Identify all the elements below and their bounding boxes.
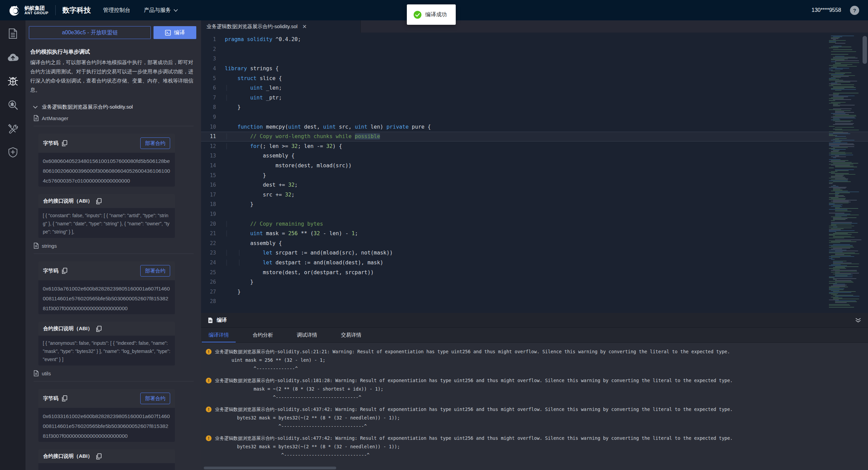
horizontal-scrollbar[interactable]: [204, 467, 336, 469]
document-icon: [34, 115, 39, 121]
code-line[interactable]: 8 }: [201, 102, 868, 112]
code-line[interactable]: 16 dest += 32;: [201, 180, 868, 190]
tools-icon[interactable]: [7, 123, 19, 134]
code-line[interactable]: 14 mstore(dest, mload(src)): [201, 161, 868, 171]
debug-sidebar: a00e36c5 - 开放联盟链 编译 合约模拟执行与单步调试 编译合约之后，可…: [25, 20, 201, 470]
vertical-scrollbar[interactable]: [863, 36, 867, 64]
deploy-contract-button[interactable]: 部署合约: [140, 265, 170, 277]
panel-title: 编译: [217, 317, 227, 323]
bug-icon[interactable]: [7, 75, 19, 87]
editor-tab-bar: 业务逻辑数据浏览器展示合约-solidity.sol ✕: [201, 20, 868, 33]
deploy-contract-button[interactable]: 部署合约: [140, 137, 170, 149]
code-area[interactable]: 1pragma solidity ^0.4.20;234library stri…: [201, 33, 868, 313]
code-line[interactable]: 13 assembly {: [201, 151, 868, 161]
deploy-contract-button[interactable]: 部署合约: [140, 393, 170, 404]
code-line[interactable]: 4library strings {: [201, 64, 868, 74]
code-line[interactable]: 19: [201, 209, 868, 219]
copy-icon[interactable]: [62, 268, 67, 274]
file-icon[interactable]: [7, 28, 19, 39]
chevron-down-icon: [174, 9, 178, 12]
code-line[interactable]: 28: [201, 297, 868, 306]
code-line[interactable]: 18 }: [201, 200, 868, 209]
contract-group: utils 字节码 部署合约 0x61033161002e600b8282823…: [25, 365, 201, 470]
nav-console-link[interactable]: 管理控制台: [103, 7, 130, 14]
divider: [34, 126, 194, 126]
code-editor: 业务逻辑数据浏览器展示合约-solidity.sol ✕ 1pragma sol…: [201, 20, 868, 313]
code-line[interactable]: 22 assembly {: [201, 238, 868, 248]
compile-button[interactable]: 编译: [153, 26, 196, 39]
code-line[interactable]: 6 uint _len;: [201, 83, 868, 93]
bytecode-label: 字节码: [43, 395, 58, 402]
toast-message: 编译成功: [425, 11, 447, 18]
editor-tab[interactable]: 业务逻辑数据浏览器展示合约-solidity.sol ✕: [201, 20, 361, 33]
code-line[interactable]: 1pragma solidity ^0.4.20;: [201, 35, 868, 44]
code-line[interactable]: 7 uint _ptr;: [201, 93, 868, 103]
ant-group-logo: 蚂蚁集团 ANT GROUP: [0, 3, 49, 17]
product-title: 数字科技: [62, 5, 91, 15]
code-line[interactable]: 20 // Copy remaining bytes: [201, 219, 868, 229]
copy-icon[interactable]: [96, 326, 102, 332]
bytecode-card: 字节码 部署合约 0x61033161002e600b8282823980516…: [38, 389, 175, 442]
divider: [34, 381, 194, 381]
output-tab-2[interactable]: 合约分析: [251, 328, 275, 342]
code-line[interactable]: 25 mstore(dest, or(destpart, srcpart)): [201, 267, 868, 277]
code-line[interactable]: 11 // Copy word-length chunks while poss…: [201, 132, 868, 142]
compiler-warning: !业务逻辑数据浏览器展示合约-solidity.sol:21:21: Warni…: [206, 347, 868, 373]
output-tab-3[interactable]: 调试详情: [295, 328, 319, 342]
divider: [34, 253, 194, 254]
chevron-down-icon: [33, 106, 38, 109]
code-line[interactable]: 21 uint mask = 256 ** (32 - len) - 1;: [201, 229, 868, 239]
contract-tree-root[interactable]: 业务逻辑数据浏览器展示合约-solidity.sol: [25, 100, 201, 110]
bug-search-icon[interactable]: [7, 99, 19, 111]
abi-value: [ { "anonymous": false, "inputs": [ { "i…: [38, 336, 175, 365]
bytecode-card: 字节码 部署合约 0x6103a761002e600b8282823980516…: [38, 261, 175, 314]
copy-icon[interactable]: [62, 395, 67, 401]
output-tabs: 编译详情合约分析调试详情交易详情: [201, 328, 868, 343]
code-line[interactable]: 5 struct slice {: [201, 73, 868, 83]
code-line[interactable]: 3: [201, 54, 868, 64]
code-line[interactable]: 26 }: [201, 277, 868, 287]
code-line[interactable]: 24 let destpart := and(mload(dest), mask…: [201, 258, 868, 268]
copy-icon[interactable]: [62, 140, 67, 146]
contract-file-item[interactable]: strings: [25, 238, 201, 252]
cloud-upload-icon[interactable]: [7, 52, 19, 63]
editor-tab-title: 业务逻辑数据浏览器展示合约-solidity.sol: [206, 23, 297, 30]
copy-icon[interactable]: [96, 453, 102, 459]
document-icon: [34, 243, 39, 249]
bytecode-label: 字节码: [43, 268, 58, 274]
code-line[interactable]: 23 let srcpart := and(mload(src), not(ma…: [201, 248, 868, 258]
compile-output-panel: 编译 编译详情合约分析调试详情交易详情 !业务逻辑数据浏览器展示合约-solid…: [201, 313, 868, 470]
ant-logo-icon: [7, 3, 21, 17]
terminal-icon: [165, 30, 171, 36]
code-line[interactable]: 10 function memcpy(uint dest, uint src, …: [201, 122, 868, 132]
nav-products-menu[interactable]: 产品与服务: [144, 7, 178, 14]
section-description: 编译合约之后，可以部署合约到本地模拟器中执行，部署成功后，即可对合约方法调用测试…: [25, 56, 201, 100]
shield-plus-icon[interactable]: [7, 147, 19, 158]
success-toast: 编译成功: [407, 4, 456, 25]
bytecode-value: 0x608060405234801561001057600080fd5b5061…: [38, 153, 175, 187]
compile-details-output[interactable]: !业务逻辑数据浏览器展示合约-solidity.sol:21:21: Warni…: [201, 343, 868, 470]
contract-group: ArtManager 字节码 部署合约 0x608060405234801561…: [25, 110, 201, 238]
code-line[interactable]: 15 }: [201, 170, 868, 180]
user-phone-number[interactable]: 130****9558: [812, 7, 841, 13]
code-line[interactable]: 2: [201, 44, 868, 54]
code-line[interactable]: 12 for(; len >= 32; len -= 32) {: [201, 142, 868, 151]
abi-card: 合约接口说明（ABI） [ { "anonymous": false, "inp…: [38, 322, 175, 365]
close-icon[interactable]: ✕: [302, 23, 307, 30]
code-line[interactable]: 27 }: [201, 287, 868, 297]
code-line[interactable]: 9: [201, 112, 868, 122]
copy-icon[interactable]: [96, 198, 102, 204]
help-icon[interactable]: ?: [850, 6, 859, 15]
output-tab-1[interactable]: 编译详情: [206, 328, 231, 342]
contract-file-item[interactable]: ArtManager: [25, 110, 201, 125]
abi-value: [ { "constant": false, "inputs": [ { "na…: [38, 208, 175, 238]
minimap[interactable]: [828, 35, 862, 309]
output-tab-4[interactable]: 交易详情: [339, 328, 363, 342]
contract-file-item[interactable]: utils: [25, 365, 201, 380]
code-line[interactable]: 17 src += 32;: [201, 190, 868, 200]
chevron-double-down-icon[interactable]: [855, 318, 861, 323]
check-circle-icon: [414, 11, 421, 19]
chain-selector[interactable]: a00e36c5 - 开放联盟链: [29, 26, 151, 39]
abi-label: 合约接口说明（ABI）: [43, 453, 93, 459]
document-icon: [34, 370, 39, 376]
